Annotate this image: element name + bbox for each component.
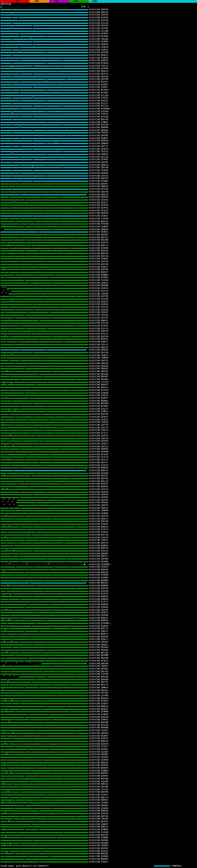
hit-bar[interactable] — [1, 652, 88, 653]
hit-label[interactable]: UniRef100_Q2QYE9 — [89, 743, 108, 745]
hit-label[interactable]: UniRef100_B9KS63 — [89, 370, 108, 373]
hit-bar[interactable] — [1, 599, 88, 600]
hit-label[interactable]: UniRef100_Q10Q21 — [89, 702, 108, 705]
hit-label[interactable]: UniRef100_Q16ST9 — [89, 260, 108, 263]
hit-bar[interactable] — [1, 752, 88, 752]
hit-bar[interactable] — [1, 542, 88, 544]
hit-bar[interactable] — [1, 105, 88, 106]
hit-bar[interactable] — [41, 663, 84, 664]
hit-bar[interactable] — [1, 20, 88, 21]
hit-bar[interactable] — [1, 151, 88, 152]
hit-bar[interactable] — [1, 733, 88, 734]
hit-label[interactable]: UniRef100_A3C5D8 — [89, 780, 108, 783]
hit-label[interactable]: UniRef100_B8LQG3 — [89, 689, 108, 692]
hit-label[interactable]: UniRef100_Q27PG2 — [89, 207, 108, 209]
hit-bar[interactable] — [1, 572, 88, 573]
hit-bar[interactable] — [1, 68, 88, 69]
hit-label[interactable]: UniRef100_B4F8R9 — [89, 716, 108, 719]
hit-bar[interactable] — [1, 216, 88, 216]
hit-bar[interactable] — [1, 430, 88, 431]
hit-bar[interactable] — [1, 513, 88, 514]
hit-label[interactable]: UniRef100_B7FNB7 — [89, 405, 108, 408]
hit-bar[interactable] — [1, 604, 88, 605]
hit-label[interactable]: UniRef100_B6Q297 — [89, 383, 108, 386]
hit-bar[interactable] — [1, 438, 88, 439]
hit-bar[interactable] — [1, 749, 88, 750]
hit-bar[interactable] — [16, 502, 88, 503]
hit-bar[interactable] — [1, 103, 88, 104]
hit-label[interactable]: UniRef100_A7SPL9 — [89, 464, 108, 467]
hit-label[interactable]: UniRef100_A1JC15 — [89, 528, 108, 531]
hit-label[interactable]: UniRef100_B8ADV9 — [89, 767, 108, 770]
hit-bar[interactable] — [1, 347, 88, 348]
hit-bar[interactable] — [7, 288, 88, 289]
hit-label[interactable]: UniRef100_B9IB24 — [89, 378, 108, 381]
hit-bar[interactable] — [17, 500, 88, 501]
hit-bar[interactable] — [1, 746, 88, 747]
hit-bar[interactable] — [1, 349, 85, 350]
hit-bar[interactable] — [1, 9, 88, 10]
hit-label[interactable]: UniRef100_A7P9H4 — [89, 574, 108, 577]
hit-label[interactable]: UniRef100_UPI0001... — [89, 622, 113, 625]
hit-bar[interactable] — [1, 760, 88, 761]
hit-bar[interactable] — [1, 167, 88, 168]
hit-label[interactable]: UniRef100_A7NWK7 — [89, 121, 108, 124]
hit-label[interactable]: UniRef100_Q76122 — [89, 333, 108, 335]
hit-label[interactable]: UniRef100_C5WXR3 — [89, 844, 108, 847]
hit-label[interactable]: UniRef100_UPI0000... — [89, 563, 113, 566]
hit-label[interactable]: UniRef100_Q9SBF7 — [89, 137, 108, 140]
hit-bar[interactable] — [1, 810, 88, 811]
hit-bar[interactable] — [1, 71, 88, 72]
hit-bar[interactable] — [1, 435, 88, 436]
hit-label[interactable]: UniRef100_P29250 — [89, 421, 108, 424]
hit-label[interactable]: UniRef100_Q53NM9 — [89, 710, 108, 713]
hit-bar[interactable] — [1, 299, 88, 300]
hit-bar[interactable] — [1, 805, 88, 806]
hit-bar[interactable] — [1, 730, 88, 731]
hit-label[interactable]: UniRef100_A9NWL4 — [89, 686, 108, 689]
hit-label[interactable]: UniRef100_B4G0B7 — [89, 753, 108, 756]
hit-label[interactable]: UniRef100_A3IC49 — [89, 298, 108, 301]
hit-label[interactable]: UniRef100_Q9FE03 — [89, 8, 108, 11]
hit-label[interactable]: UniRef100_B6TBR7 — [89, 735, 108, 738]
hit-bar[interactable] — [1, 642, 88, 643]
hit-bar[interactable] — [1, 285, 88, 286]
hit-bar[interactable] — [1, 744, 88, 745]
hit-label[interactable]: UniRef100_Q95C16 — [89, 193, 108, 196]
hit-bar[interactable] — [1, 90, 88, 91]
hit-label[interactable]: UniRef100_C4J4H4 — [89, 279, 108, 282]
hit-label[interactable]: UniRef100_Q2QA63 — [89, 625, 108, 627]
hit-label[interactable]: UniRef100_Q04171 — [89, 518, 108, 520]
hit-bar[interactable] — [1, 741, 88, 742]
hit-bar[interactable] — [1, 623, 88, 624]
hit-label[interactable]: UniRef100_A5BZJ7 — [89, 266, 108, 269]
hit-bar[interactable] — [1, 341, 88, 342]
hit-bar[interactable] — [1, 494, 88, 495]
hit-bar[interactable] — [1, 165, 88, 166]
hit-bar[interactable] — [19, 677, 88, 677]
hit-label[interactable]: UniRef100_Q4JME6 — [89, 40, 108, 43]
hit-bar[interactable] — [1, 695, 88, 696]
hit-label[interactable]: UniRef100_A5JC19 — [89, 290, 108, 292]
hit-bar[interactable] — [1, 722, 88, 723]
hit-label[interactable]: UniRef100_P38415 — [89, 131, 108, 134]
hit-bar[interactable] — [1, 87, 88, 88]
hit-bar[interactable] — [1, 253, 88, 254]
hit-bar[interactable] — [1, 275, 88, 276]
hit-bar[interactable] — [1, 304, 88, 305]
hit-bar[interactable] — [1, 529, 88, 530]
hit-bar[interactable] — [1, 218, 88, 219]
hit-label[interactable]: UniRef100_B9GV28 — [89, 571, 108, 574]
hit-label[interactable]: UniRef100_P09439 — [89, 43, 108, 46]
hit-label[interactable]: UniRef100_B9BF67 — [89, 319, 108, 322]
hit-bar[interactable] — [1, 406, 88, 407]
hit-bar[interactable] — [1, 302, 88, 302]
hit-label[interactable]: UniRef100_P09918 — [89, 59, 108, 62]
hit-label[interactable]: UniRef100_B7FDE5 — [89, 324, 108, 327]
hit-bar[interactable] — [1, 601, 88, 602]
hit-label[interactable]: UniRef100_C8C856 — [89, 314, 108, 316]
hit-bar[interactable] — [1, 17, 88, 18]
hit-bar[interactable] — [1, 446, 88, 447]
hit-label[interactable]: UniRef100_Q9S756 — [89, 520, 108, 523]
hit-label[interactable]: UniRef100_P38417 — [89, 86, 108, 89]
